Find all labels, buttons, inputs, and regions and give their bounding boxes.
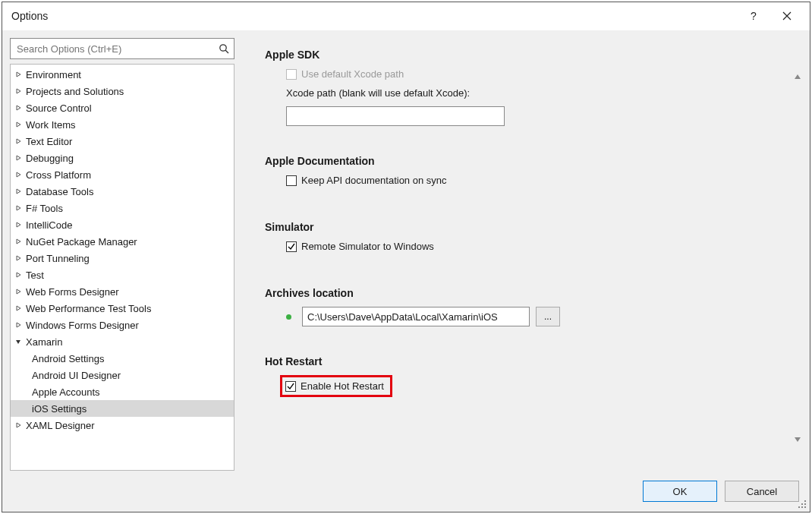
tree-node-label: Port Tunneling [26,253,90,264]
tree-node-label: Cross Platform [26,169,91,181]
tree-node-label: Android UI Designer [32,370,121,381]
settings-content: Apple SDK Use default Xcode path Xcode p… [234,38,802,471]
tree-node[interactable]: Database Tools [11,183,234,200]
ok-button[interactable]: OK [643,481,717,502]
tree-node[interactable]: NuGet Package Manager [11,233,234,250]
chevron-right-icon[interactable] [14,120,23,129]
tree-node-label: Projects and Solutions [26,86,124,97]
chevron-right-icon[interactable] [14,87,23,96]
section-archives: Archives location [265,287,792,299]
keep-docs-row[interactable]: Keep API documentation on sync [265,175,792,186]
tree-node-label: Web Performance Test Tools [26,303,151,314]
svg-point-0 [220,45,226,51]
enable-hot-restart-checkbox[interactable] [285,381,296,392]
cancel-button[interactable]: Cancel [725,481,799,502]
status-dot-icon [286,314,291,320]
tree-node[interactable]: Text Editor [11,133,234,150]
tree-node-label: Windows Forms Designer [26,320,139,331]
tree-node-label: Apple Accounts [32,386,100,398]
tree-node[interactable]: Web Forms Designer [11,283,234,300]
svg-rect-2 [804,500,806,502]
search-icon [219,43,229,54]
xcode-path-input-row [265,106,792,126]
section-apple-docs: Apple Documentation [265,155,792,167]
options-tree[interactable]: EnvironmentProjects and SolutionsSource … [10,64,234,471]
tree-node[interactable]: F# Tools [11,200,234,216]
tree-node[interactable]: Web Performance Test Tools [11,300,234,317]
search-input[interactable] [15,43,214,55]
chevron-right-icon[interactable] [14,421,23,430]
tree-node[interactable]: Source Control [11,99,234,116]
tree-node-label: F# Tools [26,203,63,214]
tree-node[interactable]: Android UI Designer [11,367,234,383]
remote-sim-row[interactable]: Remote Simulator to Windows [265,241,792,252]
xcode-path-input[interactable] [286,106,505,126]
chevron-right-icon[interactable] [14,254,23,263]
section-apple-sdk: Apple SDK [265,49,792,61]
tree-node[interactable]: Debugging [11,150,234,166]
resize-grip[interactable] [798,500,807,509]
tree-node-label: IntelliCode [26,219,72,231]
remote-sim-checkbox[interactable] [286,241,297,252]
chevron-down-icon[interactable] [14,337,23,346]
keep-docs-checkbox[interactable] [286,175,297,186]
tree-node[interactable]: IntelliCode [11,216,234,233]
use-default-xcode-label: Use default Xcode path [301,68,404,80]
svg-rect-4 [804,503,806,505]
chevron-right-icon[interactable] [14,270,23,279]
sidebar: EnvironmentProjects and SolutionsSource … [10,38,234,471]
chevron-right-icon[interactable] [14,137,23,146]
tree-node[interactable]: Test [11,266,234,283]
tree-node[interactable]: Projects and Solutions [11,83,234,99]
chevron-right-icon[interactable] [14,103,23,112]
section-hot-restart: Hot Restart [265,355,792,367]
tree-node[interactable]: Apple Accounts [11,383,234,400]
xcode-path-label-row: Xcode path (blank will use default Xcode… [265,87,792,99]
tree-node-label: Database Tools [26,186,93,197]
use-default-xcode-checkbox [286,69,297,80]
tree-node[interactable]: iOS Settings [11,400,234,417]
tree-node[interactable]: Cross Platform [11,166,234,183]
chevron-right-icon[interactable] [14,187,23,196]
dialog-footer: OK Cancel [2,471,810,512]
tree-node[interactable]: Port Tunneling [11,250,234,266]
tree-node[interactable]: Android Settings [11,350,234,367]
tree-node[interactable]: Work Items [11,116,234,133]
keep-docs-label: Keep API documentation on sync [301,175,447,186]
section-simulator: Simulator [265,221,792,233]
use-default-xcode-row: Use default Xcode path [265,68,792,80]
tree-node[interactable]: Windows Forms Designer [11,317,234,333]
tree-node-label: Source Control [26,102,92,114]
scroll-indicator[interactable] [795,74,801,442]
tree-node-label: Android Settings [32,353,104,364]
chevron-right-icon[interactable] [14,153,23,162]
chevron-right-icon[interactable] [14,70,23,79]
chevron-right-icon[interactable] [14,170,23,179]
tree-node-label: NuGet Package Manager [26,236,137,248]
archives-path-input[interactable]: C:\Users\Dave\AppData\Local\Xamarin\iOS [302,307,530,326]
svg-rect-5 [798,506,800,508]
chevron-right-icon[interactable] [14,203,23,213]
chevron-right-icon[interactable] [14,287,23,296]
chevron-right-icon[interactable] [14,304,23,313]
chevron-right-icon[interactable] [14,220,23,229]
tree-node-label: XAML Designer [26,420,95,431]
close-icon [782,11,792,20]
chevron-right-icon[interactable] [14,237,23,246]
window-title: Options [11,10,737,22]
tree-node-label: Debugging [26,153,74,164]
tree-node[interactable]: Environment [11,66,234,83]
search-box[interactable] [10,38,234,59]
dialog-body: EnvironmentProjects and SolutionsSource … [2,30,810,471]
tree-node[interactable]: Xamarin [11,333,234,350]
browse-button[interactable]: ... [536,307,560,326]
options-dialog: Options ? EnvironmentProjects and Soluti… [2,2,810,512]
scroll-down-icon [795,437,801,442]
chevron-right-icon[interactable] [14,320,23,330]
help-button[interactable]: ? [737,5,770,27]
tree-node[interactable]: XAML Designer [11,417,234,434]
svg-line-1 [225,50,228,53]
tree-node-label: Environment [26,69,81,80]
close-button[interactable] [770,5,804,27]
scroll-up-icon [795,74,801,79]
